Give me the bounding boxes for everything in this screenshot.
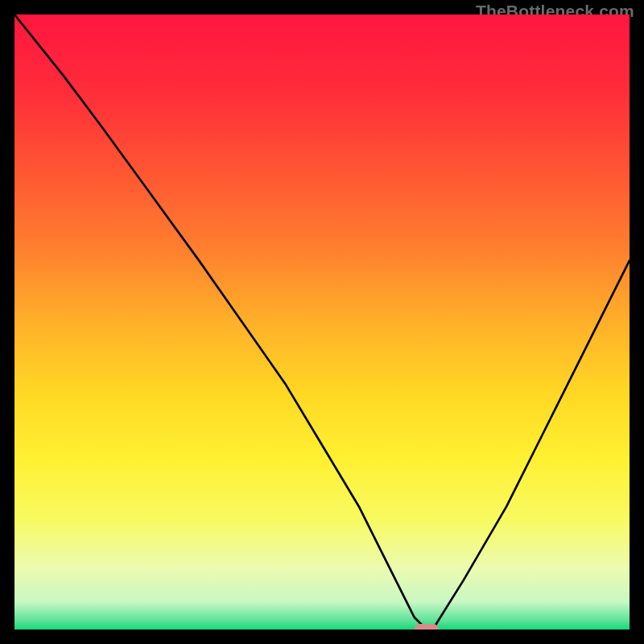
optimum-marker [415,624,440,630]
chart-svg [14,14,630,630]
gradient-rect [14,14,630,630]
plot-area [14,14,630,630]
chart-frame: TheBottleneck.com [0,0,644,644]
